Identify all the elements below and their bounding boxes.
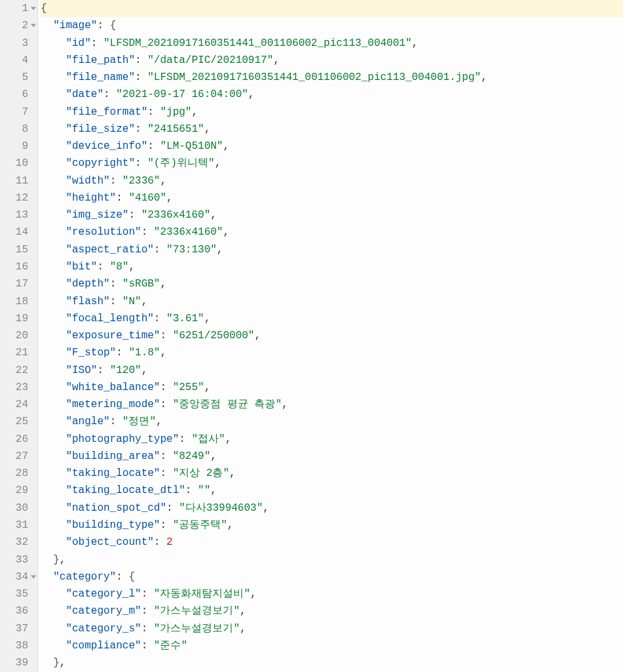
token-str: "" [198,484,210,496]
line-number-foldable[interactable]: 2 [0,17,37,34]
token-str: "2336" [123,175,160,187]
token-str: "2021-09-17 16:04:00" [116,89,248,100]
token-key: "building_area" [66,450,160,462]
code-line[interactable]: "building_type": "공동주택", [41,517,623,534]
token-key: "resolution" [66,226,141,238]
code-line[interactable]: "category_s": "가스누설경보기", [41,620,623,637]
code-line[interactable]: "category_l": "자동화재탐지설비", [41,585,623,603]
token-pun: , [60,657,66,669]
code-line[interactable]: "photography_type": "접사", [41,431,623,448]
token-pun: , [191,106,198,118]
line-number: 18 [0,293,37,310]
token-pun: : [147,140,160,152]
token-key: "compliance" [66,640,141,652]
code-line[interactable]: "img_size": "2336x4160", [41,207,623,224]
token-pun: : [160,519,172,531]
token-key: "category_s" [66,623,141,635]
code-line[interactable]: "file_format": "jpg", [41,104,623,121]
code-line[interactable]: "taking_locate": "지상 2층", [41,465,623,482]
token-key: "metering_mode" [66,399,160,410]
code-line[interactable]: "angle": "정면", [41,413,623,430]
code-line[interactable]: "resolution": "2336x4160", [41,224,623,241]
code-line[interactable]: "depth": "sRGB", [41,275,623,292]
token-str: "jpg" [160,106,191,118]
code-line[interactable]: "exposure_time": "6251/250000", [41,327,623,344]
token-pun: : [97,20,109,31]
line-number-foldable[interactable]: 1 [0,0,37,17]
code-line[interactable]: "category_m": "가스누설경보기", [41,603,623,620]
token-pun: , [210,209,217,221]
code-line[interactable]: "file_size": "2415651", [41,121,623,138]
code-line[interactable]: "date": "2021-09-17 16:04:00", [41,86,623,103]
code-editor-area[interactable]: { "image": { "id": "LFSDM_20210917160351… [38,0,623,672]
token-pun: : [135,54,147,66]
code-line[interactable]: "height": "4160", [41,189,623,207]
token-pun: : [116,192,128,204]
line-number: 16 [0,258,37,275]
code-line[interactable]: { [41,0,623,17]
line-number: 8 [0,121,37,138]
code-line[interactable]: "white_balance": "255", [41,379,623,396]
token-pun: , [273,54,280,66]
token-pun: , [160,278,166,290]
code-line[interactable]: "category": { [41,568,623,585]
token-brace: { [110,20,117,31]
token-pun: : [128,209,141,221]
token-str: "공동주택" [173,519,227,531]
code-line[interactable]: "copyright": "(주)위니텍", [41,155,623,172]
token-pun: : [116,571,128,583]
code-line[interactable]: "image": { [41,17,623,34]
token-num: 2 [166,536,173,548]
code-line[interactable]: "ISO": "120", [41,362,623,379]
line-number: 28 [0,465,37,482]
token-str: "255" [173,382,204,393]
code-line[interactable]: "aspect_ratio": "73:130", [41,241,623,258]
code-line[interactable]: "width": "2336", [41,172,623,189]
code-line[interactable]: }, [41,654,623,671]
line-number: 38 [0,637,37,654]
code-line[interactable]: "metering_mode": "중앙중점 평균 측광", [41,396,623,413]
code-line[interactable]: "id": "LFSDM_20210917160351441_001106002… [41,35,623,52]
line-number: 36 [0,603,37,620]
token-str: "준수" [154,640,187,652]
code-line[interactable]: "flash": "N", [41,293,623,310]
token-str: "3.61" [166,313,204,325]
token-pun: : [142,640,154,652]
code-line[interactable]: "taking_locate_dtl": "", [41,482,623,499]
token-brace: } [53,554,60,566]
token-str: "8" [110,261,129,273]
token-key: "flash" [66,296,109,307]
code-line[interactable]: "focal_length": "3.61", [41,310,623,327]
line-number: 31 [0,517,37,534]
code-line[interactable]: }, [41,551,623,568]
code-line[interactable]: "bit": "8", [41,258,623,275]
token-pun: : [160,330,172,342]
token-pun: , [204,313,211,325]
line-number: 6 [0,86,37,103]
token-str: "중앙중점 평균 측광" [173,399,282,410]
line-number: 5 [0,69,37,86]
token-key: "angle" [66,416,109,427]
line-number: 30 [0,500,37,517]
token-key: "object_count" [66,536,153,548]
code-line[interactable]: "nation_spot_cd": "다사33994603", [41,500,623,517]
line-number-foldable[interactable]: 34 [0,568,37,585]
code-line[interactable]: "object_count": 2 [41,534,623,551]
line-number: 33 [0,551,37,568]
token-pun: , [412,37,419,49]
token-pun: : [154,313,166,325]
code-line[interactable]: "F_stop": "1.8", [41,344,623,361]
line-number: 17 [0,275,37,292]
token-key: "F_stop" [66,347,116,359]
code-line[interactable]: "device_info": "LM-Q510N", [41,138,623,155]
token-pun: : [160,467,172,479]
token-pun: : [160,450,172,462]
code-line[interactable]: "compliance": "준수" [41,637,623,654]
line-number: 22 [0,362,37,379]
code-line[interactable]: "file_name": "LFSDM_20210917160351441_00… [41,69,623,86]
token-key: "file_format" [66,106,147,118]
code-line[interactable]: "building_area": "8249", [41,448,623,465]
code-line[interactable]: "file_path": "/data/PIC/20210917", [41,52,623,69]
token-pun: , [248,89,255,100]
token-pun: , [60,554,66,566]
